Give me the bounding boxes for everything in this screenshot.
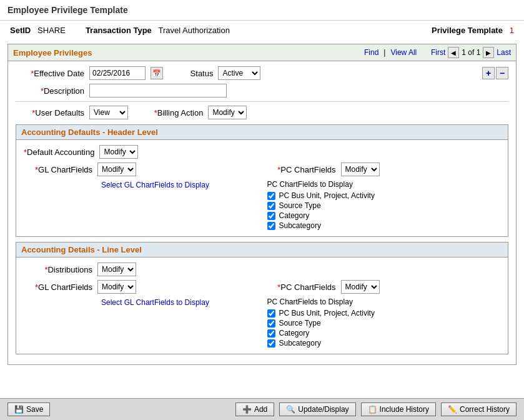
- distributions-row: Distributions View Modify: [24, 262, 500, 276]
- calendar-button[interactable]: 📅: [151, 67, 163, 79]
- page-title: Employee Privilege Template: [0, 0, 524, 21]
- pc-display-label: PC ChartFields to Display: [267, 180, 501, 189]
- pc-bus-unit-row: PC Bus Unit, Project, Activity: [267, 191, 501, 200]
- category-label-1: Category: [279, 211, 310, 220]
- source-type-label-1: Source Type: [279, 201, 321, 210]
- line-source-type-row: Source Type: [267, 319, 501, 328]
- setid-label: SetID: [10, 26, 31, 35]
- category-checkbox-1[interactable]: [267, 212, 275, 220]
- description-row: Description: [16, 84, 508, 98]
- line-category-row: Category: [267, 329, 501, 338]
- line-pc-display-label: PC ChartFields to Display: [267, 298, 501, 306]
- billing-action-label: Billing Action: [147, 108, 203, 118]
- user-defaults-select[interactable]: View Modify: [89, 106, 128, 119]
- line-gl-chartfields-col: GL ChartFields View Modify Select GL Cha…: [24, 280, 257, 349]
- line-chartfields-row: GL ChartFields View Modify Select GL Cha…: [24, 280, 500, 349]
- line-subcategory-row: Subcategory: [267, 339, 501, 348]
- add-remove-btns: + −: [482, 67, 508, 79]
- description-input[interactable]: [89, 84, 227, 98]
- user-defaults-row: User Defaults View Modify Billing Action…: [16, 106, 508, 119]
- line-source-type-label: Source Type: [279, 319, 321, 328]
- pc-chartfields-label: PC ChartFields: [267, 165, 336, 174]
- line-gl-chartfields-select[interactable]: View Modify: [97, 280, 136, 294]
- default-accounting-row: Default Accounting View Modify: [24, 145, 500, 159]
- ep-navigation: Find | View All First ◀ 1 of 1 ▶ Last: [364, 47, 511, 58]
- pc-bus-unit-label: PC Bus Unit, Project, Activity: [279, 191, 375, 200]
- pc-chartfields-select[interactable]: View Modify: [341, 162, 380, 176]
- line-subcategory-checkbox[interactable]: [267, 339, 275, 348]
- accounting-defaults-section: Accounting Defaults - Header Level Defau…: [16, 124, 508, 237]
- line-gl-chartfields-label: GL ChartFields: [24, 282, 92, 292]
- ep-content: Effective Date 📅 Status Active Inactive …: [8, 61, 516, 364]
- remove-row-button[interactable]: −: [496, 67, 508, 79]
- first-link[interactable]: First: [431, 48, 445, 57]
- subcategory-label-1: Subcategory: [279, 221, 321, 230]
- effective-date-row: Effective Date 📅 Status Active Inactive …: [16, 66, 508, 80]
- accounting-details-header: Accounting Details - Line Level: [16, 242, 508, 258]
- line-subcategory-label: Subcategory: [279, 339, 321, 348]
- accounting-defaults-header: Accounting Defaults - Header Level: [16, 125, 508, 140]
- line-pc-bus-unit-label: PC Bus Unit, Project, Activity: [279, 309, 375, 318]
- ep-section-title: Employee Privileges: [13, 48, 92, 58]
- source-type-checkbox-1[interactable]: [267, 202, 275, 210]
- description-label: Description: [16, 86, 84, 96]
- billing-action-select[interactable]: View Modify: [208, 106, 247, 119]
- effective-date-input[interactable]: [89, 66, 146, 80]
- line-pc-chartfields-row: PC ChartFields View Modify: [267, 280, 501, 294]
- pc-bus-unit-checkbox[interactable]: [267, 192, 275, 200]
- employee-privileges-section: Employee Privileges Find | View All Firs…: [7, 44, 517, 365]
- distributions-select[interactable]: View Modify: [97, 262, 136, 276]
- user-defaults-label: User Defaults: [16, 108, 84, 118]
- line-pc-bus-unit-checkbox[interactable]: [267, 309, 275, 318]
- accounting-details-content: Distributions View Modify GL ChartFields…: [16, 258, 508, 354]
- add-row-button[interactable]: +: [482, 67, 495, 79]
- line-gl-chartfields-row: GL ChartFields View Modify: [24, 280, 257, 294]
- category-row-1: Category: [267, 211, 501, 220]
- gl-chartfields-col: GL ChartFields View Modify Select GL Cha…: [24, 162, 257, 231]
- distributions-label: Distributions: [24, 265, 92, 274]
- header-info: SetID SHARE Transaction Type Travel Auth…: [0, 21, 524, 40]
- line-select-gl-link[interactable]: Select GL ChartFields to Display: [101, 298, 209, 307]
- subcategory-row-1: Subcategory: [267, 221, 501, 230]
- line-category-label: Category: [279, 329, 310, 338]
- gl-chartfields-select[interactable]: View Modify: [97, 162, 136, 176]
- default-accounting-select[interactable]: View Modify: [99, 145, 138, 159]
- find-link[interactable]: Find: [364, 48, 378, 57]
- privilege-template-value: 1: [510, 26, 514, 35]
- status-label: Status: [182, 69, 213, 78]
- accounting-details-section: Accounting Details - Line Level Distribu…: [16, 242, 508, 354]
- privilege-template-label: Privilege Template: [432, 26, 503, 35]
- gl-chartfields-label: GL ChartFields: [24, 165, 92, 174]
- line-pc-chartfields-select[interactable]: View Modify: [341, 280, 380, 294]
- line-pc-bus-unit-row: PC Bus Unit, Project, Activity: [267, 309, 501, 318]
- pc-chartfields-row: PC ChartFields View Modify: [267, 162, 501, 176]
- line-pc-chartfields-col: PC ChartFields View Modify PC ChartField…: [267, 280, 501, 349]
- next-btn[interactable]: ▶: [483, 47, 494, 58]
- subcategory-checkbox-1[interactable]: [267, 222, 275, 230]
- source-type-row-1: Source Type: [267, 201, 501, 210]
- effective-date-label: Effective Date: [16, 69, 84, 78]
- view-all-link[interactable]: View All: [390, 48, 417, 57]
- accounting-defaults-content: Default Accounting View Modify GL ChartF…: [16, 140, 508, 236]
- setid-value: SHARE: [37, 26, 66, 35]
- default-accounting-label: Default Accounting: [24, 148, 94, 157]
- gl-chartfields-row: GL ChartFields View Modify: [24, 162, 257, 176]
- line-category-checkbox[interactable]: [267, 329, 275, 338]
- transaction-type-label: Transaction Type: [86, 26, 152, 35]
- transaction-type-value: Travel Authorization: [158, 26, 229, 35]
- last-link[interactable]: Last: [497, 48, 511, 57]
- chartfields-row: GL ChartFields View Modify Select GL Cha…: [24, 162, 500, 231]
- status-select[interactable]: Active Inactive: [218, 66, 260, 80]
- select-gl-link[interactable]: Select GL ChartFields to Display: [101, 181, 209, 189]
- line-pc-chartfields-label: PC ChartFields: [267, 282, 336, 292]
- prev-btn[interactable]: ◀: [448, 47, 459, 58]
- pc-chartfields-col: PC ChartFields View Modify PC ChartField…: [267, 162, 501, 231]
- page-info: 1 of 1: [462, 48, 480, 57]
- line-source-type-checkbox[interactable]: [267, 319, 275, 328]
- ep-header: Employee Privileges Find | View All Firs…: [8, 44, 516, 61]
- ep-nav-btns: First ◀ 1 of 1 ▶ Last: [431, 47, 511, 58]
